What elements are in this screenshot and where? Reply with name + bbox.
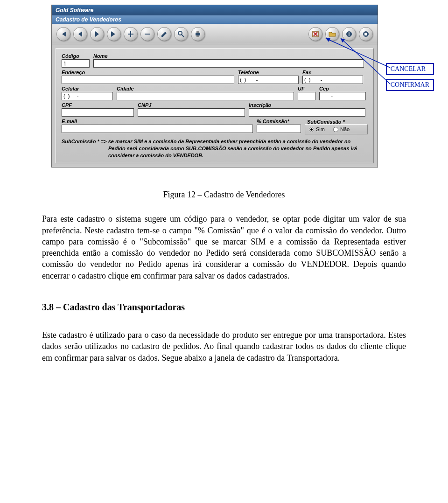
prev-button[interactable] xyxy=(73,27,87,41)
label-uf: UF xyxy=(298,86,315,91)
telefone-input[interactable] xyxy=(238,76,299,84)
first-button[interactable] xyxy=(56,27,70,41)
label-comissao: % Comissão* xyxy=(257,119,301,124)
label-cidade: Cidade xyxy=(117,86,294,91)
svg-text:i: i xyxy=(349,32,350,37)
callout-cancelar: CANCELAR xyxy=(386,63,434,75)
next-button[interactable] xyxy=(90,27,104,41)
last-button[interactable] xyxy=(107,27,121,41)
confirm-button[interactable] xyxy=(325,27,339,41)
uf-input[interactable] xyxy=(298,92,315,100)
callout-confirmar: CONFIRMAR xyxy=(386,79,434,91)
cpf-input[interactable] xyxy=(62,108,134,117)
edit-button[interactable] xyxy=(157,27,171,41)
label-endereco: Endereço xyxy=(62,70,234,75)
codigo-input[interactable] xyxy=(62,59,90,68)
svg-rect-0 xyxy=(145,34,150,35)
label-telefone: Telefone xyxy=(238,70,299,75)
exit-button[interactable] xyxy=(359,27,373,41)
toolbar: i xyxy=(52,24,378,44)
label-fax: Fax xyxy=(302,70,363,75)
endereco-input[interactable] xyxy=(62,76,234,84)
svg-rect-2 xyxy=(196,33,200,35)
label-cnpj: CNPJ xyxy=(138,102,245,108)
document-body: Figura 12 – Cadastro de Vendedores Para … xyxy=(0,168,448,389)
add-button[interactable] xyxy=(124,27,138,41)
celular-input[interactable] xyxy=(62,92,113,100)
svg-rect-4 xyxy=(196,35,199,37)
subcomissao-group: SubComissão * Sim Não xyxy=(305,124,368,134)
figure-caption: Figura 12 – Cadastro de Vendedores xyxy=(42,189,406,200)
label-cep: Cep xyxy=(319,86,366,91)
section-3-8-heading: 3.8 – Cadastro das Transportadoras xyxy=(42,301,406,314)
cancel-button[interactable] xyxy=(308,27,322,41)
label-codigo: Código xyxy=(62,53,90,59)
cnpj-input[interactable] xyxy=(138,108,245,117)
paragraph-1: Para este cadastro o sistema sugere um c… xyxy=(42,213,406,281)
svg-rect-9 xyxy=(364,33,367,35)
radio-nao[interactable]: Não xyxy=(333,126,350,132)
comissao-input[interactable] xyxy=(257,125,301,133)
svg-rect-3 xyxy=(196,31,199,33)
email-input[interactable] xyxy=(62,125,253,133)
titlebar: Gold Software xyxy=(52,5,378,15)
label-cpf: CPF xyxy=(62,102,134,108)
cidade-input[interactable] xyxy=(117,92,294,100)
radio-sim-label: Sim xyxy=(316,126,325,132)
inscricao-input[interactable] xyxy=(249,108,365,117)
radio-sim[interactable]: Sim xyxy=(309,126,325,132)
radio-nao-dot xyxy=(333,127,338,132)
callouts: CANCELAR CONFIRMAR xyxy=(386,63,434,91)
search-button[interactable] xyxy=(174,27,188,41)
delete-button[interactable] xyxy=(140,27,154,41)
help-button[interactable]: i xyxy=(342,27,356,41)
label-email: E-mail xyxy=(62,119,253,124)
radio-nao-label: Não xyxy=(340,126,350,132)
subcomissao-legend: SubComissão * xyxy=(307,119,345,125)
cadastro-vendedores-window: Gold Software Cadastro de Vendedores xyxy=(51,5,378,168)
form-panel: Código Nome Endereço Telefone xyxy=(56,48,374,163)
svg-point-1 xyxy=(178,31,182,35)
fax-input[interactable] xyxy=(302,76,363,84)
radio-sim-dot xyxy=(309,127,314,132)
label-inscricao: Inscrição xyxy=(249,102,365,108)
subcomissao-help: SubComissão * => se marcar SIM e a comis… xyxy=(62,138,368,159)
label-nome: Nome xyxy=(93,53,364,59)
print-button[interactable] xyxy=(191,27,205,41)
nome-input[interactable] xyxy=(93,59,364,68)
app-title: Gold Software xyxy=(56,7,374,14)
window-subtitle: Cadastro de Vendedores xyxy=(52,15,378,24)
cep-input[interactable] xyxy=(319,92,366,100)
paragraph-2: Este cadastro é utilizado para o caso da… xyxy=(42,329,406,363)
label-celular: Celular xyxy=(62,86,113,91)
